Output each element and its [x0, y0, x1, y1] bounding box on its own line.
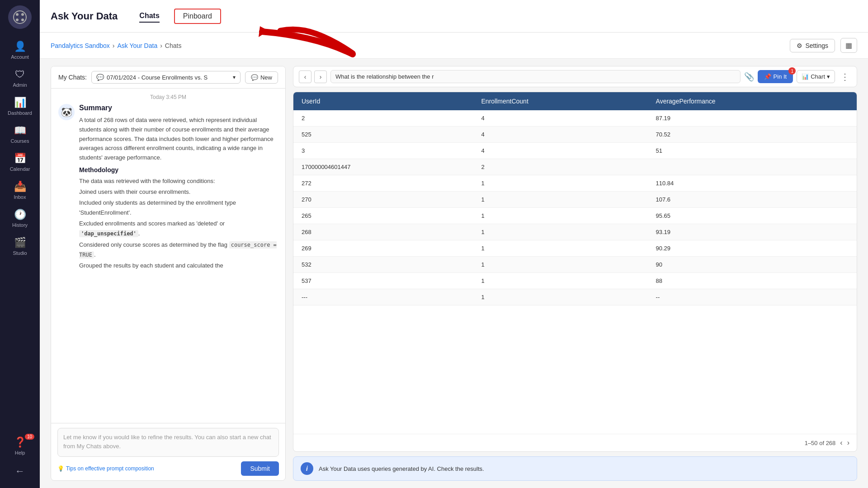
- cell-userid: 170000004601447: [293, 159, 473, 175]
- pin-icon: 📌: [764, 73, 771, 80]
- tab-chats[interactable]: Chats: [139, 10, 159, 23]
- more-options-button[interactable]: ⋮: [839, 71, 851, 82]
- chart-type-button[interactable]: 📊 Chart ▾: [797, 70, 835, 83]
- cell-userid: 269: [293, 240, 473, 257]
- cell-performance: 70.52: [648, 127, 857, 143]
- grid-view-button[interactable]: ▦: [840, 38, 857, 53]
- nav-next-button[interactable]: ›: [314, 70, 327, 83]
- settings-button[interactable]: ⚙ Settings: [790, 39, 835, 52]
- list-item: The data was retrieved with the followin…: [79, 176, 278, 186]
- studio-icon: 🎬: [14, 237, 26, 249]
- table-header-row: UserId EnrollmentCount AveragePerformanc…: [293, 92, 857, 110]
- breadcrumb: Pandalytics Sandbox › Ask Your Data › Ch…: [51, 42, 181, 49]
- sidebar-item-courses[interactable]: 📖 Courses: [0, 120, 40, 148]
- chat-input-placeholder[interactable]: Let me know if you would like to refine …: [57, 428, 279, 457]
- cell-userid: 3: [293, 143, 473, 159]
- sidebar-item-history[interactable]: 🕐 History: [0, 204, 40, 232]
- cell-userid: 265: [293, 208, 473, 224]
- chat-selector-value: 07/01/2024 - Course Enrollments vs. S: [107, 74, 208, 81]
- history-icon: 🕐: [14, 209, 26, 221]
- sidebar-item-studio[interactable]: 🎬 Studio: [0, 232, 40, 260]
- cell-enrollment: 2: [473, 159, 648, 175]
- table-row: 2487.19: [293, 110, 857, 127]
- sidebar-item-help[interactable]: ❓ Help 10: [0, 432, 40, 460]
- cell-userid: ---: [293, 289, 473, 305]
- list-item: Excluded enrollments and scores marked a…: [79, 219, 278, 239]
- help-badge: 10: [25, 434, 34, 440]
- methodology-list: The data was retrieved with the followin…: [79, 176, 278, 271]
- cell-performance: 90.29: [648, 240, 857, 257]
- breadcrumb-ask-your-data[interactable]: Ask Your Data: [117, 42, 157, 49]
- main-content: Ask Your Data Chats Pinboard Pandalytics…: [40, 0, 868, 488]
- svg-point-2: [21, 13, 24, 16]
- submit-button[interactable]: Submit: [241, 461, 279, 476]
- query-input[interactable]: [330, 70, 741, 83]
- chat-content: Summary A total of 268 rows of data were…: [79, 104, 278, 272]
- svg-point-4: [21, 19, 24, 21]
- table-footer: 1–50 of 268 ‹ ›: [293, 434, 857, 451]
- sidebar-item-calendar[interactable]: 📅 Calendar: [0, 148, 40, 176]
- cell-userid: 270: [293, 192, 473, 208]
- table-next-button[interactable]: ›: [847, 439, 849, 447]
- breadcrumb-settings-area: ⚙ Settings ▦: [790, 38, 857, 53]
- cell-performance: 88: [648, 273, 857, 289]
- table-row: 268193.19: [293, 224, 857, 240]
- breadcrumb-sep-2: ›: [160, 42, 162, 49]
- bot-avatar: 🐼: [58, 104, 75, 120]
- table-row: 525470.52: [293, 127, 857, 143]
- table-row: 2701107.6: [293, 192, 857, 208]
- table-row: 532190: [293, 257, 857, 273]
- table-row: ---1--: [293, 289, 857, 305]
- sidebar-item-inbox[interactable]: 📥 Inbox: [0, 176, 40, 204]
- methodology-heading: Methodology: [79, 166, 278, 174]
- list-item: Joined users with their course enrollmen…: [79, 187, 278, 197]
- calendar-icon: 📅: [14, 153, 26, 164]
- list-item: Grouped the results by each student and …: [79, 261, 278, 271]
- tab-pinboard[interactable]: Pinboard: [174, 9, 221, 24]
- help-icon: ❓: [14, 436, 26, 448]
- cell-performance: --: [648, 289, 857, 305]
- table-row: 1700000046014472: [293, 159, 857, 175]
- summary-heading: Summary: [79, 104, 278, 112]
- chat-left-panel: My Chats: 💬 07/01/2024 - Course Enrollme…: [51, 66, 286, 481]
- info-text: Ask Your Data uses queries generated by …: [319, 465, 484, 472]
- chat-input-area: Let me know if you would like to refine …: [51, 423, 285, 480]
- table-row: 3451: [293, 143, 857, 159]
- attach-icon[interactable]: 📎: [744, 72, 754, 82]
- chevron-down-icon: ▾: [233, 74, 236, 80]
- sidebar-item-account[interactable]: 👤 Account: [0, 36, 40, 64]
- chart-label: Chart: [811, 73, 825, 80]
- sidebar-item-dashboard[interactable]: 📊 Dashboard: [0, 92, 40, 120]
- content-area: My Chats: 💬 07/01/2024 - Course Enrollme…: [40, 59, 868, 488]
- cell-performance: 51: [648, 143, 857, 159]
- breadcrumb-bar: Pandalytics Sandbox › Ask Your Data › Ch…: [40, 33, 868, 59]
- svg-point-1: [16, 13, 19, 16]
- sidebar-item-admin[interactable]: 🛡 Admin: [0, 64, 40, 92]
- app-title: Ask Your Data: [51, 10, 118, 22]
- new-chat-button[interactable]: 💬 New: [245, 71, 278, 84]
- table-prev-button[interactable]: ‹: [840, 439, 842, 447]
- svg-point-3: [16, 19, 19, 21]
- sidebar-back-button[interactable]: ←: [0, 460, 40, 483]
- cell-enrollment: 1: [473, 208, 648, 224]
- summary-text: A total of 268 rows of data were retriev…: [79, 116, 278, 163]
- nav-prev-button[interactable]: ‹: [299, 70, 311, 83]
- tips-link[interactable]: 💡 Tips on effective prompt composition: [57, 465, 154, 472]
- pin-badge: 1: [788, 67, 796, 75]
- chat-selector-dropdown[interactable]: 💬 07/01/2024 - Course Enrollments vs. S …: [91, 71, 241, 84]
- data-table-container: UserId EnrollmentCount AveragePerformanc…: [293, 92, 857, 452]
- code-dap: 'dap_unspecified': [79, 230, 138, 237]
- chat-bubble-bot: 🐼 Summary A total of 268 rows of data we…: [58, 104, 278, 272]
- pin-it-button[interactable]: 📌 Pin It 1: [758, 70, 793, 83]
- breadcrumb-pandalytics[interactable]: Pandalytics Sandbox: [51, 42, 110, 49]
- cell-enrollment: 1: [473, 192, 648, 208]
- lightbulb-icon: 💡: [57, 465, 64, 472]
- col-performance: AveragePerformance: [648, 92, 857, 110]
- inbox-icon: 📥: [14, 181, 26, 192]
- nav-arrows: ‹ ›: [299, 70, 327, 83]
- cell-enrollment: 1: [473, 240, 648, 257]
- new-chat-icon: 💬: [251, 74, 258, 81]
- courses-icon: 📖: [14, 125, 26, 136]
- chart-icon: 📊: [802, 73, 809, 80]
- cell-userid: 532: [293, 257, 473, 273]
